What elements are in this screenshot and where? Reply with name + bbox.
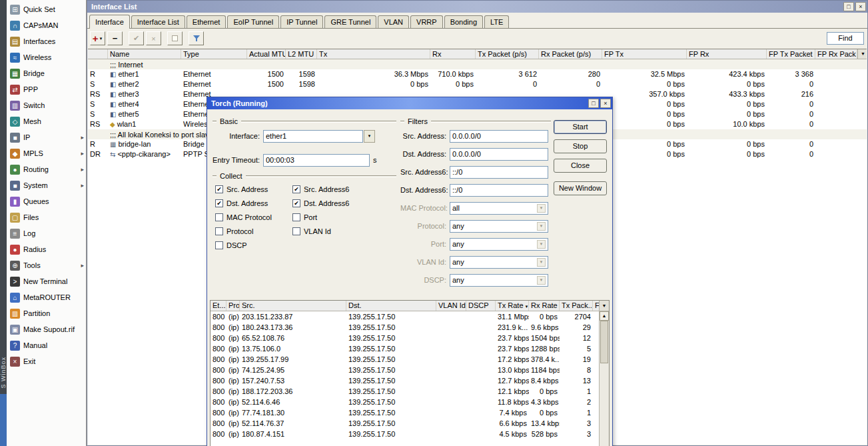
interface-row-ether2[interactable]: S◧ether2Ethernet150015980 bps0 bps000 bp… (88, 79, 867, 89)
sidebar-item-radius[interactable]: ●Radius (7, 241, 86, 257)
sidebar-item-metarouter[interactable]: ⌂MetaROUTER (7, 289, 86, 305)
interface-select[interactable]: ether1 (263, 130, 363, 143)
column-select-button[interactable]: ▼ (857, 49, 867, 59)
protocol-select[interactable]: any▼ (450, 220, 548, 233)
torch-column-header-dst[interactable]: Dst. (346, 301, 436, 311)
column-header-rx-packet-p-s[interactable]: Rx Packet (p/s) (539, 49, 602, 59)
sidebar-item-queues[interactable]: ▮Queues (7, 193, 86, 209)
close-icon[interactable]: × (600, 99, 611, 108)
tab-vrrp[interactable]: VRRP (410, 15, 443, 28)
collect-checkbox-dst-address6[interactable]: ✔Dst. Address6 (292, 198, 349, 209)
interface-comment-row[interactable]: ;;; Internet (88, 59, 867, 69)
interface-row-ether1[interactable]: R◧ether1Ethernet1500159836.3 Mbps710.0 k… (88, 69, 867, 79)
sidebar-item-system[interactable]: ■System▸ (7, 177, 86, 193)
src-address6-input[interactable] (450, 166, 548, 179)
torch-column-header-dscp[interactable]: DSCP (466, 301, 496, 311)
column-header-rx[interactable]: Rx (430, 49, 476, 59)
tab-interface[interactable]: Interface (89, 15, 130, 29)
torch-row[interactable]: 800(ip)52.114.76.37139.255.17.506.6 kbps… (211, 418, 599, 429)
scroll-up-icon[interactable]: ▲ (600, 311, 609, 321)
comment-button[interactable] (167, 31, 183, 45)
chevron-down-icon[interactable]: ▼ (537, 276, 546, 285)
collect-checkbox-src-address6[interactable]: ✔Src. Address6 (292, 184, 349, 195)
chevron-down-icon[interactable]: ▼ (537, 222, 546, 231)
maximize-icon[interactable]: □ (588, 99, 599, 108)
dst-address6-input[interactable] (450, 184, 548, 197)
sidebar-item-new-terminal[interactable]: >New Terminal (7, 273, 86, 289)
torch-row[interactable]: 800(ip)180.87.4.151139.255.17.504.5 kbps… (211, 429, 599, 439)
sidebar-item-capsman[interactable]: ∩CAPsMAN (7, 17, 86, 33)
sidebar-item-partition[interactable]: ▥Partition (7, 305, 86, 321)
find-button[interactable]: Find (827, 32, 864, 45)
enable-button[interactable]: ✔ (129, 31, 144, 45)
sidebar-item-manual[interactable]: ?Manual (7, 337, 86, 353)
column-header-name[interactable]: Name (108, 49, 181, 59)
column-header-fp-rx[interactable]: FP Rx (687, 49, 767, 59)
torch-column-header-tx-rate[interactable]: Tx Rate▼ (496, 301, 529, 311)
collect-checkbox-protocol[interactable]: Protocol (215, 226, 253, 237)
torch-row[interactable]: 800(ip)13.75.106.0139.255.17.5023.7 kbps… (211, 343, 599, 354)
tab-gre-tunnel[interactable]: GRE Tunnel (324, 15, 376, 28)
column-header-tx[interactable]: Tx (317, 49, 430, 59)
sidebar-item-exit[interactable]: ×Exit (7, 353, 86, 369)
dst-address-input[interactable] (450, 148, 548, 161)
close-button[interactable]: Close (554, 159, 607, 173)
torch-row[interactable]: 800(ip)74.125.24.95139.255.17.5013.0 kbp… (211, 365, 599, 375)
sidebar-item-mpls[interactable]: ◆MPLS▸ (7, 145, 86, 161)
interface-list-titlebar[interactable]: Interface List □ × (87, 1, 867, 13)
remove-button[interactable]: − (107, 31, 123, 45)
sidebar-item-bridge[interactable]: ▦Bridge (7, 65, 86, 81)
start-button[interactable]: Start (554, 120, 607, 134)
chevron-down-icon[interactable]: ▼ (537, 240, 546, 249)
torch-row[interactable]: 800(ip)157.240.7.53139.255.17.5012.7 kbp… (211, 375, 599, 386)
tab-ip-tunnel[interactable]: IP Tunnel (280, 15, 323, 28)
sidebar-item-routing[interactable]: ●Routing▸ (7, 161, 86, 177)
sidebar-item-ppp[interactable]: ⇄PPP (7, 81, 86, 97)
tab-interface-list[interactable]: Interface List (131, 15, 185, 28)
mac-protocol-select[interactable]: all▼ (450, 202, 548, 215)
torch-row[interactable]: 800(ip)188.172.203.36139.255.17.5012.1 k… (211, 386, 599, 397)
sidebar-item-tools[interactable]: ⊕Tools▸ (7, 257, 86, 273)
collect-checkbox-dscp[interactable]: DSCP (215, 240, 247, 251)
collect-checkbox-vlan-id[interactable]: VLAN Id (292, 226, 331, 237)
torch-column-header-f[interactable]: F (593, 301, 599, 311)
torch-row[interactable]: 800(ip)203.151.233.87139.255.17.5031.1 M… (211, 311, 599, 322)
sidebar-item-wireless[interactable]: ≈Wireless (7, 49, 86, 65)
add-button[interactable]: +▼ (90, 31, 105, 45)
sidebar-item-interfaces[interactable]: ▤Interfaces (7, 33, 86, 49)
vertical-scrollbar[interactable]: ▲ (599, 311, 609, 446)
collect-checkbox-src-address[interactable]: ✔Src. Address (215, 184, 268, 195)
torch-column-header-vlan-id[interactable]: VLAN Id (436, 301, 466, 311)
tab-eoip-tunnel[interactable]: EoIP Tunnel (227, 15, 279, 28)
column-header-fp-tx[interactable]: FP Tx (602, 49, 687, 59)
sidebar-item-quick-set[interactable]: ⊞Quick Set (7, 1, 86, 17)
close-icon[interactable]: × (855, 2, 866, 11)
src-address-input[interactable] (450, 130, 548, 143)
torch-row[interactable]: 800(ip)65.52.108.76139.255.17.5023.7 kbp… (211, 333, 599, 343)
torch-row[interactable]: 800(ip)77.74.181.30139.255.17.507.4 kbps… (211, 407, 599, 418)
dscp-select[interactable]: any▼ (450, 274, 548, 287)
disable-button[interactable]: × (146, 31, 161, 45)
maximize-icon[interactable]: □ (843, 2, 854, 11)
vlan-id-select[interactable]: any▼ (450, 256, 548, 269)
scrollbar-thumb[interactable] (600, 321, 608, 363)
chevron-down-icon[interactable]: ▼ (537, 204, 546, 213)
tab-bonding[interactable]: Bonding (444, 15, 483, 28)
sidebar-item-mesh[interactable]: ◇Mesh (7, 113, 86, 129)
entry-timeout-input[interactable] (263, 154, 370, 167)
sidebar-item-log[interactable]: ≡Log (7, 225, 86, 241)
port-select[interactable]: any▼ (450, 238, 548, 251)
collect-checkbox-port[interactable]: Port (292, 212, 317, 223)
sidebar-item-ip[interactable]: ■IP▸ (7, 129, 86, 145)
torch-column-header-prot[interactable]: Prot... (226, 301, 240, 311)
column-header-l2-mtu[interactable]: L2 MTU (286, 49, 317, 59)
torch-column-header-src[interactable]: Src. (240, 301, 346, 311)
chevron-down-icon[interactable]: ▼ (364, 130, 375, 143)
column-header-fp-rx-pack[interactable]: FP Rx Pack (815, 49, 857, 59)
column-header-fp-tx-packet-p-s[interactable]: FP Tx Packet (p/s) (767, 49, 815, 59)
torch-column-header-et[interactable]: Et... (211, 301, 226, 311)
sidebar-item-make-supout-rif[interactable]: ▣Make Supout.rif (7, 321, 86, 337)
column-header-flags[interactable] (88, 49, 108, 59)
sidebar-item-files[interactable]: ▢Files (7, 209, 86, 225)
torch-row[interactable]: 800(ip)139.255.17.99139.255.17.5017.2 kb… (211, 354, 599, 365)
